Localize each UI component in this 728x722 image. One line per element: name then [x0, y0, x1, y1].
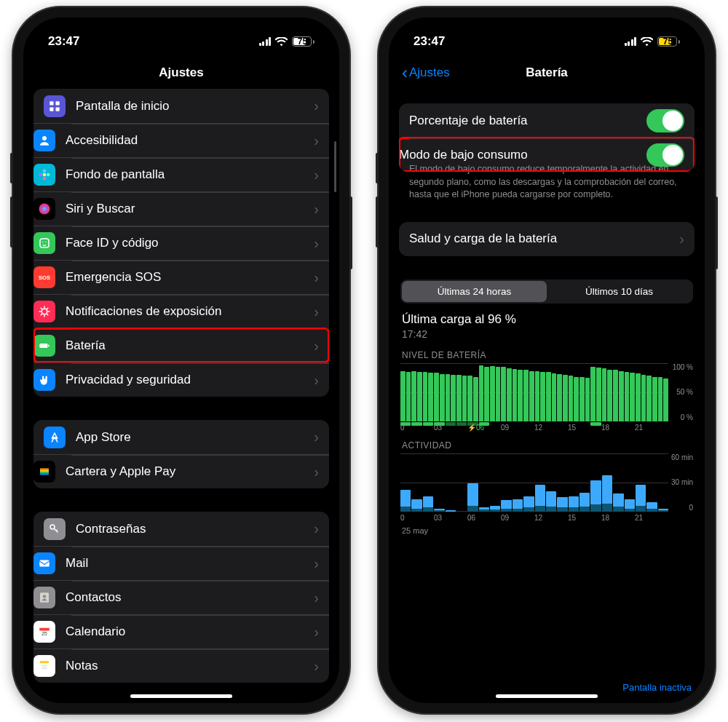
- level-bar: [456, 375, 462, 421]
- chevron-right-icon: ›: [314, 201, 319, 218]
- row-sos[interactable]: SOSEmergencia SOS›: [33, 260, 329, 294]
- battery-indicator-lowpower: 75: [657, 36, 680, 47]
- row-calendar[interactable]: 25Calendario›: [33, 614, 329, 648]
- seg-10d[interactable]: Últimos 10 días: [547, 281, 692, 302]
- svg-line-20: [41, 308, 42, 309]
- batt-icon: [33, 335, 55, 357]
- row-wallet[interactable]: Cartera y Apple Pay›: [33, 454, 329, 488]
- chevron-right-icon: ›: [314, 338, 319, 354]
- level-bar: [646, 376, 652, 421]
- svg-rect-29: [40, 472, 49, 473]
- row-mail[interactable]: Mail›: [33, 546, 329, 580]
- wallet-icon: [33, 461, 55, 483]
- last-charge-heading: Última carga al 96 %: [402, 312, 692, 327]
- svg-point-13: [46, 242, 47, 243]
- chevron-right-icon: ›: [314, 555, 319, 572]
- notes-icon: [33, 655, 55, 677]
- toggle-low-power[interactable]: [646, 143, 684, 167]
- row-privacy[interactable]: Privacidad y seguridad›: [33, 362, 329, 397]
- chevron-right-icon: ›: [314, 429, 319, 445]
- activity-bar: [590, 480, 601, 512]
- row-label: Cartera y Apple Pay: [66, 464, 314, 479]
- cal-icon: 25: [33, 621, 55, 643]
- row-battery-health[interactable]: Salud y carga de la batería ›: [399, 222, 695, 256]
- level-bar: [462, 376, 467, 421]
- row-faceid[interactable]: Face ID y código›: [33, 226, 329, 260]
- level-bar: [563, 375, 568, 421]
- row-notes[interactable]: Notas›: [33, 648, 329, 683]
- home-indicator[interactable]: [130, 694, 232, 698]
- label-battery-percent: Porcentaje de batería: [409, 114, 646, 128]
- row-battery-percent[interactable]: Porcentaje de batería: [399, 103, 695, 138]
- row-appstore[interactable]: App Store›: [33, 420, 329, 454]
- svg-point-4: [42, 136, 47, 140]
- last-charge-time: 17:42: [402, 328, 692, 340]
- level-bar: [585, 378, 590, 421]
- label-battery-health: Salud y carga de la batería: [409, 231, 679, 246]
- svg-point-6: [43, 170, 47, 173]
- x-tick: 12: [534, 514, 568, 522]
- level-bar: [490, 366, 495, 421]
- svg-point-31: [50, 525, 55, 529]
- level-bar: [451, 375, 456, 421]
- settings-list[interactable]: Pantalla de inicio›Accesibilidad›Fondo d…: [23, 89, 339, 703]
- svg-point-7: [43, 177, 47, 180]
- row-low-power[interactable]: Modo de bajo consumo: [399, 138, 695, 172]
- level-bar: [636, 373, 641, 421]
- svg-point-9: [47, 173, 50, 177]
- iphone-frame-left: 23:47 75 Ajustes Pantalla de inicio›Acce…: [13, 7, 349, 713]
- nav-bar: Ajustes: [23, 57, 339, 89]
- activity-bar: [625, 499, 635, 512]
- svg-rect-2: [50, 107, 53, 111]
- svg-rect-3: [56, 107, 60, 111]
- level-bar: [406, 372, 411, 421]
- row-siri[interactable]: Siri y Buscar›: [33, 191, 329, 226]
- battery-indicator: 75: [292, 36, 314, 47]
- row-wallpaper[interactable]: Fondo de pantalla›: [33, 157, 329, 191]
- row-passwords[interactable]: Contraseñas›: [33, 512, 329, 546]
- row-battery[interactable]: Batería›: [33, 328, 329, 362]
- side-button: [349, 197, 352, 269]
- home-indicator[interactable]: [496, 694, 598, 698]
- level-bar: [590, 367, 596, 421]
- time-range-segmented[interactable]: Últimas 24 horas Últimos 10 días: [400, 279, 693, 304]
- level-bar: [507, 368, 512, 421]
- settings-group: App Store›Cartera y Apple Pay›: [33, 420, 329, 488]
- activity-bar: [579, 493, 590, 512]
- svg-rect-32: [39, 560, 50, 567]
- level-bar: [658, 377, 663, 421]
- level-bar: [641, 375, 646, 421]
- chart-date: 25 may: [402, 526, 693, 535]
- legend-inactive: Pantalla inactiva: [622, 682, 692, 693]
- svg-text:25: 25: [41, 631, 47, 636]
- activity-bar: [501, 500, 511, 512]
- svg-text:SOS: SOS: [39, 274, 50, 281]
- activity-bar: [636, 485, 646, 511]
- back-label: Ajustes: [409, 66, 450, 80]
- level-bar: [569, 376, 574, 421]
- x-tick: 15: [568, 514, 601, 522]
- svg-line-23: [47, 308, 48, 309]
- level-bar: [613, 370, 618, 421]
- level-bar: [523, 370, 529, 421]
- svg-rect-25: [48, 345, 50, 347]
- seg-24h[interactable]: Últimas 24 horas: [402, 281, 547, 302]
- level-bar: [574, 377, 579, 421]
- svg-point-5: [43, 173, 47, 177]
- level-bar: [663, 378, 668, 421]
- toggle-group: Porcentaje de batería Modo de bajo consu…: [399, 103, 695, 172]
- row-contacts[interactable]: Contactos›: [33, 580, 329, 614]
- svg-point-8: [39, 173, 43, 177]
- row-exposure[interactable]: Notificaciones de exposición›: [33, 294, 329, 328]
- level-bar: [423, 372, 428, 421]
- back-button[interactable]: ‹ Ajustes: [402, 66, 450, 80]
- level-bar: [540, 372, 545, 421]
- row-label: App Store: [76, 430, 314, 445]
- row-accessibility[interactable]: Accesibilidad›: [33, 123, 329, 157]
- row-home[interactable]: Pantalla de inicio›: [33, 89, 329, 123]
- svg-rect-28: [40, 470, 49, 472]
- battery-content[interactable]: Porcentaje de batería Modo de bajo consu…: [389, 89, 705, 703]
- contacts-icon: [33, 587, 55, 608]
- x-tick: 21: [635, 514, 668, 522]
- toggle-percent[interactable]: [646, 109, 684, 132]
